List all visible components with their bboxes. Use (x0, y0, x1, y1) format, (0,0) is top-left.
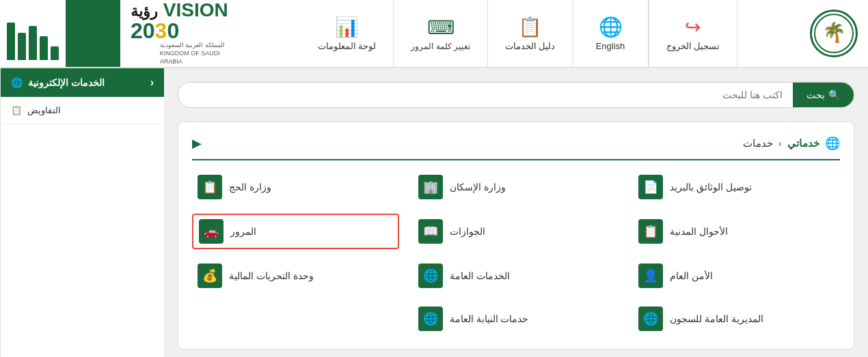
globe-icon: 🌐 (599, 16, 623, 38)
bars-logo (0, 0, 66, 67)
service-housing-label: وزارة الإسكان (450, 182, 506, 192)
guide-icon: 📋 (518, 16, 542, 38)
bar-2 (40, 36, 48, 60)
passports-icon: 📖 (418, 219, 443, 244)
breadcrumb-separator: › (778, 138, 782, 149)
nav-change-password[interactable]: ⌨ تغيير كلمة المرور (394, 0, 488, 67)
service-financial-label: وحدة التحريات المالية (229, 270, 314, 281)
hajj-icon: 📋 (198, 175, 222, 199)
service-public-security[interactable]: الأمن العام 👤 (633, 259, 840, 292)
service-civil[interactable]: الأحوال المدنية 📋 (633, 214, 840, 249)
service-prisons[interactable]: المديرية العامة للسجون 🌐 (633, 302, 840, 335)
green-bar (66, 0, 120, 67)
security-icon: 👤 (638, 263, 663, 288)
service-general-label: الخدمات العامة (450, 270, 510, 281)
logo-container: 🌴 (800, 0, 868, 67)
vision-text: VISION رؤية 2030 المملكة العربية السعودي… (131, 1, 228, 66)
vision-subtitle: المملكة العربية السعوديةKINGDOM OF SAUDI… (160, 42, 228, 66)
negotiations-icon: 📋 (11, 105, 22, 115)
main-container: 🔍 بحث 🌐 خدماتي › خدمات ▶ توصيل الوثائق ب… (0, 68, 868, 357)
civil-icon: 📋 (638, 219, 663, 244)
svg-text:🌴: 🌴 (822, 21, 846, 44)
sidebar-title: الخدمات الإلكترونية (28, 77, 105, 88)
breadcrumb-expand-icon[interactable]: ▶ (192, 136, 202, 151)
prisons-icon: 🌐 (638, 306, 663, 331)
sidebar-item-negotiations[interactable]: التفاويض 📋 (1, 97, 164, 124)
traffic-icon: 🚗 (199, 219, 223, 244)
service-prosecution[interactable]: خدمات النيابة العامة 🌐 (413, 302, 620, 335)
search-container: 🔍 بحث (178, 82, 854, 108)
service-traffic-label: المرور (230, 226, 256, 237)
vision-title: VISION رؤية (131, 1, 228, 20)
sidebar-collapse-icon[interactable]: ‹ (150, 76, 154, 89)
postal-icon: 📄 (638, 175, 663, 199)
search-button[interactable]: 🔍 بحث (793, 83, 854, 107)
dashboard-icon: 📊 (335, 16, 359, 38)
sidebar-header: ‹ الخدمات الإلكترونية 🌐 (1, 68, 164, 97)
service-housing[interactable]: وزارة الإسكان 🏢 (413, 171, 620, 203)
logo-circle: 🌴 (810, 10, 858, 57)
service-general[interactable]: الخدمات العامة 🌐 (413, 259, 620, 292)
service-hajj[interactable]: وزارة الحج 📋 (192, 171, 399, 203)
breadcrumb: 🌐 خدماتي › خدمات ▶ (192, 136, 840, 160)
bar-1 (51, 46, 59, 60)
financial-icon: 💰 (198, 263, 222, 288)
sidebar: ‹ الخدمات الإلكترونية 🌐 التفاويض 📋 (0, 68, 164, 357)
services-grid: توصيل الوثائق بالبريد 📄 وزارة الإسكان 🏢 … (192, 171, 840, 335)
header-branding: VISION رؤية 2030 المملكة العربية السعودي… (120, 0, 239, 67)
search-input[interactable] (178, 83, 793, 107)
search-button-label: بحث (806, 89, 825, 100)
service-prosecution-label: خدمات النيابة العامة (450, 313, 529, 324)
service-prisons-label: المديرية العامة للسجون (670, 313, 763, 324)
service-hajj-label: وزارة الحج (229, 182, 271, 192)
nav-english[interactable]: 🌐 English (573, 0, 649, 67)
housing-icon: 🏢 (418, 175, 443, 199)
nav-services-guide[interactable]: 📋 دليل الخدمات (488, 0, 573, 67)
logout-icon: ↪ (685, 16, 701, 38)
vision-year: 2030 (131, 20, 228, 42)
nav-dashboard-label: لوحة المعلومات (318, 41, 377, 51)
sidebar-globe-icon: 🌐 (11, 77, 23, 88)
service-postal[interactable]: توصيل الوثائق بالبريد 📄 (633, 171, 840, 203)
service-passports-label: الجوازات (450, 226, 485, 237)
service-financial[interactable]: وحدة التحريات المالية 💰 (192, 259, 399, 292)
nav-logout[interactable]: ↪ تسجيل الخروج (649, 0, 738, 67)
saudi-emblem: 🌴 (813, 13, 854, 54)
service-postal-label: توصيل الوثائق بالبريد (670, 182, 752, 192)
general-icon: 🌐 (418, 263, 443, 288)
nav-logout-label: تسجيل الخروج (666, 41, 720, 51)
nav-dashboard[interactable]: 📊 لوحة المعلومات (301, 0, 394, 67)
header: 🌴 ↪ تسجيل الخروج 🌐 English 📋 دليل الخدما… (0, 0, 868, 68)
breadcrumb-icon: 🌐 (825, 136, 840, 151)
bar-4 (18, 33, 26, 60)
nav-password-label: تغيير كلمة المرور (411, 42, 470, 51)
nav-guide-label: دليل الخدمات (505, 41, 556, 51)
password-icon: ⌨ (427, 16, 455, 39)
service-traffic[interactable]: المرور 🚗 (192, 214, 399, 249)
vision-word: VISION (158, 0, 228, 20)
sidebar-negotiations-label: التفاويض (27, 105, 61, 115)
bar-3 (29, 26, 37, 60)
bar-5 (7, 23, 15, 60)
services-card: 🌐 خدماتي › خدمات ▶ توصيل الوثائق بالبريد… (178, 122, 854, 349)
header-nav: ↪ تسجيل الخروج 🌐 English 📋 دليل الخدمات … (239, 0, 800, 67)
nav-english-label: English (596, 41, 625, 51)
breadcrumb-current: خدمات (743, 137, 773, 149)
sidebar-title-container: الخدمات الإلكترونية 🌐 (11, 77, 105, 88)
main-content: 🔍 بحث 🌐 خدماتي › خدمات ▶ توصيل الوثائق ب… (164, 68, 868, 357)
service-passports[interactable]: الجوازات 📖 (413, 214, 620, 249)
service-civil-label: الأحوال المدنية (670, 226, 728, 237)
prosecution-icon: 🌐 (418, 306, 443, 331)
search-icon: 🔍 (828, 89, 840, 100)
breadcrumb-home: خدماتي (787, 137, 819, 149)
service-security-label: الأمن العام (670, 270, 713, 281)
